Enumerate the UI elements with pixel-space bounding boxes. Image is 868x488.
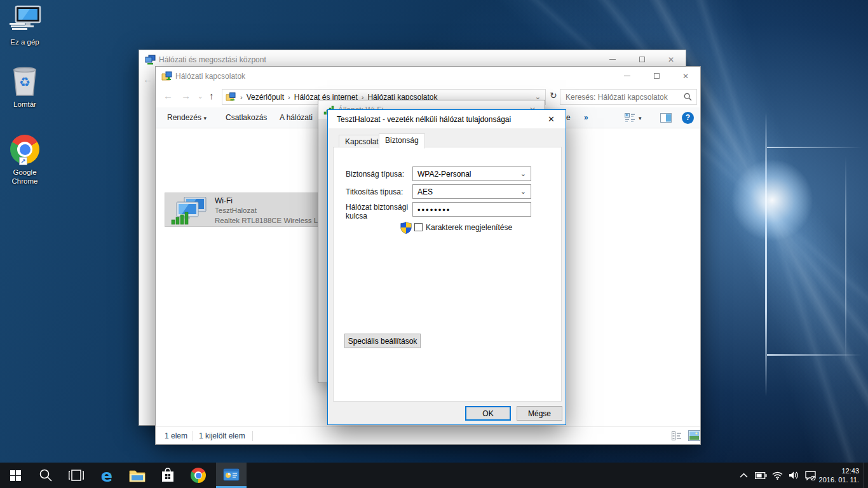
- ok-button[interactable]: OK: [465, 406, 511, 421]
- nav-back-button[interactable]: ←: [163, 90, 173, 101]
- toolbar-connect[interactable]: Csatlakozás: [226, 113, 267, 122]
- connection-name: Wi-Fi: [215, 196, 233, 205]
- status-bar: 1 elem 1 kijelölt elem: [156, 426, 700, 444]
- folder-icon: [129, 469, 146, 482]
- network-key-input[interactable]: ••••••••: [412, 202, 531, 217]
- crumb-separator: ›: [239, 93, 244, 101]
- tab-security[interactable]: Biztonság: [379, 133, 425, 149]
- maximize-button[interactable]: [642, 67, 671, 85]
- store-button[interactable]: [153, 463, 183, 488]
- windows-logo-icon: [10, 470, 21, 481]
- chevron-down-icon: ⌄: [520, 170, 526, 178]
- close-button[interactable]: ✕: [671, 67, 700, 85]
- toolbar-organize[interactable]: Rendezés ▾: [167, 113, 207, 122]
- edge-button[interactable]: e: [92, 463, 122, 488]
- tray-volume[interactable]: [785, 463, 802, 488]
- encryption-type-dropdown[interactable]: AES ⌄: [412, 184, 531, 199]
- wifi-icon: [772, 471, 783, 480]
- back-nav-arrow-partial[interactable]: ←: [143, 74, 153, 85]
- chevron-down-icon: ⌄: [520, 187, 526, 196]
- title-bar[interactable]: TesztHalozat - vezeték nélküli hálózat t…: [328, 110, 566, 128]
- refresh-button[interactable]: ↻: [550, 90, 557, 100]
- view-dropdown-icon[interactable]: ▾: [639, 115, 642, 121]
- network-key-label-line2: kulcsa: [346, 212, 367, 220]
- view-tiles-icon[interactable]: [625, 113, 635, 123]
- dialog-wireless-properties[interactable]: TesztHalozat - vezeték nélküli hálózat t…: [327, 109, 566, 425]
- file-explorer-button[interactable]: [122, 463, 153, 488]
- network-center-icon: [145, 55, 156, 65]
- show-desktop-button[interactable]: [864, 463, 868, 488]
- start-button[interactable]: [0, 463, 31, 488]
- cancel-button[interactable]: Mégse: [517, 406, 562, 421]
- edge-icon: e: [101, 466, 112, 485]
- dropdown-icon: ▾: [203, 115, 207, 121]
- help-button[interactable]: ?: [682, 112, 694, 124]
- desktop-icon-label: Lomtár: [0, 100, 50, 109]
- toolbar-overflow-chevron[interactable]: »: [584, 113, 588, 122]
- title-bar[interactable]: Hálózati kapcsolatok ✕: [156, 67, 700, 86]
- encryption-type-label: Titkosítás típusa:: [346, 187, 403, 196]
- thumbnail-view-toggle-icon[interactable]: [688, 430, 700, 441]
- battery-icon: [755, 472, 767, 479]
- desktop-icon-recycle-bin[interactable]: ♻ Lomtár: [0, 65, 50, 109]
- taskbar: e: [0, 463, 868, 488]
- wifi-connection-item[interactable]: Wi-Fi TesztHalozat Realtek RTL8188CE Wir…: [165, 193, 325, 227]
- chrome-icon: [191, 468, 206, 483]
- search-box[interactable]: Keresés: Hálózati kapcsolatok: [560, 89, 697, 105]
- shortcut-arrow-icon: ↗: [19, 157, 27, 165]
- uac-shield-icon: [400, 222, 412, 234]
- search-placeholder: Keresés: Hálózati kapcsolatok: [560, 93, 668, 102]
- advanced-settings-button[interactable]: Speciális beállítások: [344, 334, 421, 348]
- show-characters-checkbox[interactable]: [414, 223, 423, 231]
- speaker-icon: [789, 471, 799, 480]
- task-view-icon: [69, 470, 84, 481]
- wallpaper-glow: [731, 159, 813, 241]
- active-app-network-button[interactable]: [216, 463, 247, 488]
- security-type-dropdown[interactable]: WPA2-Personal ⌄: [412, 166, 531, 181]
- chevron-up-icon: [740, 473, 748, 478]
- desktop-icon-this-pc[interactable]: Ez a gép: [0, 5, 50, 46]
- network-connections-icon: [161, 71, 172, 81]
- security-type-label: Biztonság típusa:: [346, 170, 404, 179]
- toolbar-network-command[interactable]: A hálózati: [280, 113, 313, 122]
- preview-pane-icon[interactable]: [660, 113, 672, 123]
- wallpaper-window-edge-horizontal-2: [767, 354, 862, 356]
- tray-wifi[interactable]: [769, 463, 785, 488]
- crumb-separator: ›: [287, 93, 292, 101]
- clock-date: 2016. 01. 11.: [811, 475, 859, 484]
- wallpaper-window-edge-vertical-2: [845, 156, 846, 365]
- details-view-toggle-icon[interactable]: [672, 431, 682, 440]
- window-title: Hálózati és megosztási központ: [159, 55, 266, 64]
- window-title: Hálózati kapcsolatok: [175, 72, 245, 81]
- this-pc-icon: [8, 5, 41, 36]
- breadcrumb-control-panel[interactable]: Vezérlőpult: [244, 93, 287, 102]
- wifi-adapter-icon: [170, 197, 210, 225]
- nav-forward-button[interactable]: →: [181, 90, 191, 101]
- nav-up-button[interactable]: ↑: [209, 90, 214, 101]
- item-count: 1 elem: [165, 431, 187, 440]
- address-location-icon: [226, 92, 236, 102]
- search-icon[interactable]: [684, 93, 692, 101]
- search-icon: [39, 468, 53, 482]
- minimize-button[interactable]: [613, 67, 642, 85]
- taskbar-clock[interactable]: 12:43 2016. 01. 11.: [811, 466, 859, 484]
- tray-show-hidden-icons[interactable]: [736, 463, 751, 488]
- chrome-taskbar-button[interactable]: [183, 463, 214, 488]
- close-button[interactable]: ✕: [537, 110, 566, 128]
- show-characters-label[interactable]: Karakterek megjelenítése: [426, 223, 512, 232]
- desktop-icon-label: Google Chrome: [0, 168, 50, 186]
- wallpaper-window-edge-horizontal-1: [767, 147, 862, 148]
- store-bag-icon: [161, 468, 175, 483]
- network-key-label-line1: Hálózat biztonsági: [346, 203, 408, 212]
- taskbar-search-button[interactable]: [31, 463, 61, 488]
- connection-ssid: TesztHalozat: [215, 207, 323, 214]
- selected-count: 1 kijelölt elem: [199, 431, 245, 440]
- svg-text:♻: ♻: [19, 75, 31, 89]
- network-window-icon: [223, 468, 240, 481]
- desktop-icon-google-chrome[interactable]: ↗ Google Chrome: [0, 135, 50, 186]
- nav-history-chevron[interactable]: ⌄: [198, 93, 203, 100]
- dialog-title: TesztHalozat - vezeték nélküli hálózat t…: [337, 115, 511, 124]
- tray-battery[interactable]: [752, 463, 769, 488]
- clock-time: 12:43: [811, 466, 859, 475]
- task-view-button[interactable]: [61, 463, 92, 488]
